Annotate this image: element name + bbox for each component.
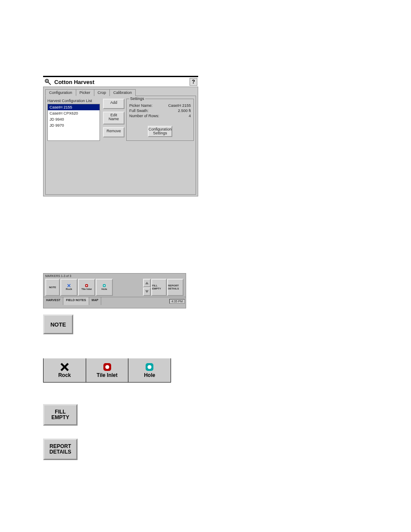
list-item[interactable]: CaseIH CPX620 <box>48 110 100 116</box>
list-item[interactable]: CaseIH 2155 <box>48 104 100 110</box>
marker-rock[interactable]: Rock <box>44 358 86 383</box>
markers-header: MARKERS 1-3 of 3 <box>44 274 186 278</box>
note-button-label: NOTE <box>49 286 56 289</box>
clock: 4:35 PM <box>169 299 185 304</box>
svg-marker-9 <box>145 282 149 284</box>
svg-point-0 <box>45 79 49 83</box>
caret-up-icon <box>145 282 149 284</box>
config-list[interactable]: CaseIH 2155 CaseIH CPX620 JD 9940 JD 997… <box>47 104 100 141</box>
marker-label: Tile Inlet <box>97 372 117 378</box>
marker-rock-small[interactable]: Rock <box>60 279 78 296</box>
tab-crop[interactable]: Crop <box>94 89 110 96</box>
configuration-panel: Harvest Configuration List CaseIH 2155 C… <box>45 96 196 195</box>
settings-label: Picker Name: <box>129 103 153 108</box>
report-details-button-small[interactable]: REPORT DETAILS <box>167 279 184 296</box>
scroll-up-button[interactable] <box>143 279 151 287</box>
marker-tile-inlet-small[interactable]: Tile Inlet <box>78 279 95 296</box>
marker-label: Rock <box>58 372 71 378</box>
report-details-button[interactable]: REPORT DETAILS <box>43 439 78 460</box>
caret-down-icon <box>145 290 149 293</box>
svg-point-16 <box>148 365 152 369</box>
note-button[interactable]: NOTE <box>43 314 73 334</box>
fill-empty-button[interactable]: FILL EMPTY <box>43 404 78 426</box>
svg-marker-10 <box>145 290 149 293</box>
field-notes-bar: MARKERS 1-3 of 3 NOTE Rock Tile Inlet Ho… <box>43 273 186 308</box>
cotton-harvest-window: Cotton Harvest ? Configuration Picker Cr… <box>43 76 198 196</box>
marker-label: Hole <box>101 288 107 291</box>
teal-ring-icon <box>145 363 154 371</box>
marker-label: Tile Inlet <box>81 288 92 291</box>
tab-field-notes[interactable]: FIELD NOTES <box>63 297 89 305</box>
marker-label: Rock <box>66 288 72 291</box>
help-button[interactable]: ? <box>190 78 197 86</box>
edit-name-button[interactable]: Edit Name <box>103 112 125 124</box>
window-body: Configuration Picker Crop Calibration Ha… <box>43 87 198 196</box>
x-icon <box>67 284 71 287</box>
svg-point-6 <box>86 285 87 286</box>
scroll-arrows <box>143 279 151 296</box>
svg-point-1 <box>46 80 47 81</box>
tab-bar: Configuration Picker Crop Calibration <box>45 89 196 96</box>
tab-picker[interactable]: Picker <box>76 89 94 96</box>
window-title: Cotton Harvest <box>54 79 94 85</box>
add-button[interactable]: Add <box>103 99 125 109</box>
svg-line-2 <box>48 82 51 85</box>
teal-ring-icon <box>103 284 106 287</box>
configuration-settings-button[interactable]: Configuration Settings <box>148 126 173 137</box>
x-icon <box>60 363 69 371</box>
red-ring-icon <box>103 363 112 371</box>
settings-value: 2.500 ft <box>165 109 191 113</box>
list-item[interactable]: JD 9940 <box>48 116 100 122</box>
settings-label: Number of Rows: <box>129 114 159 118</box>
settings-legend: Settings <box>129 96 145 101</box>
tab-harvest[interactable]: HARVEST <box>44 297 63 305</box>
tab-map[interactable]: MAP <box>89 297 102 305</box>
tab-calibration[interactable]: Calibration <box>109 89 136 96</box>
svg-point-14 <box>105 365 109 369</box>
note-button-small[interactable]: NOTE <box>45 279 60 296</box>
marker-label: Hole <box>144 372 155 378</box>
settings-label: Full Swath: <box>129 109 149 113</box>
bottom-tab-bar: HARVEST FIELD NOTES MAP 4:35 PM <box>44 297 186 305</box>
window-titlebar: Cotton Harvest ? <box>43 77 198 87</box>
app-icon <box>44 78 52 86</box>
marker-tile-inlet[interactable]: Tile Inlet <box>86 358 129 383</box>
scroll-down-button[interactable] <box>143 287 151 296</box>
list-item[interactable]: JD 9970 <box>48 122 100 128</box>
marker-hole-small[interactable]: Hole <box>96 279 113 296</box>
config-list-label: Harvest Configuration List <box>47 99 101 103</box>
marker-row: Rock Tile Inlet Hole <box>43 358 171 383</box>
svg-point-8 <box>103 285 105 286</box>
marker-hole[interactable]: Hole <box>128 358 171 383</box>
remove-button[interactable]: Remove <box>103 127 125 137</box>
tab-configuration[interactable]: Configuration <box>45 89 76 96</box>
fill-empty-button-small[interactable]: FILL EMPTY <box>151 279 167 296</box>
settings-value: 4 <box>165 114 191 118</box>
settings-fieldset: Settings Picker Name:CaseIH 2155 Full Sw… <box>126 99 194 141</box>
settings-value: CaseIH 2155 <box>165 103 191 108</box>
red-ring-icon <box>85 284 88 287</box>
